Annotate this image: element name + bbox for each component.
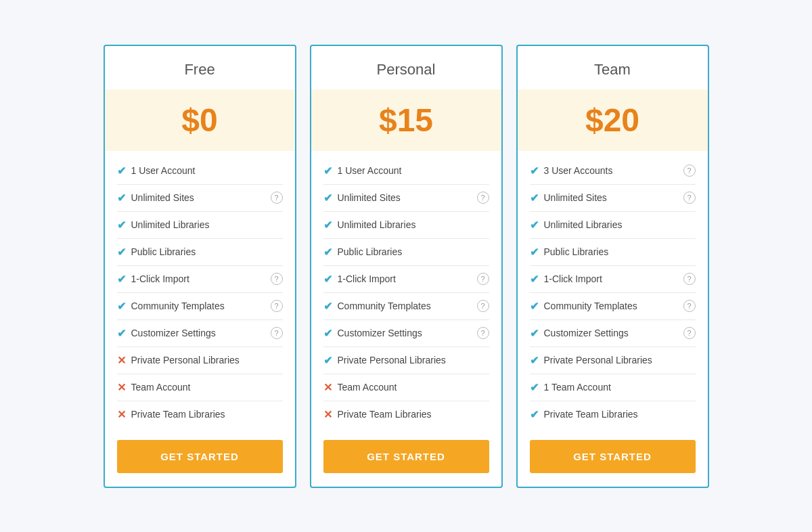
list-item: ✔Unlimited Sites? (323, 185, 489, 212)
list-item: ✔Unlimited Libraries (323, 212, 489, 239)
feature-left: ✔Public Libraries (117, 246, 196, 259)
list-item: ✕Private Personal Libraries (117, 347, 283, 374)
help-icon[interactable]: ? (271, 327, 283, 339)
check-icon: ✔ (323, 219, 332, 231)
feature-label: 1 User Account (338, 165, 402, 176)
list-item: ✔Public Libraries (323, 239, 489, 266)
check-icon: ✔ (323, 246, 332, 259)
pricing-table: Free$0✔1 User Account✔Unlimited Sites?✔U… (104, 45, 709, 488)
help-icon[interactable]: ? (683, 164, 696, 177)
list-item: ✔1 User Account (117, 158, 283, 185)
list-item: ✔Community Templates? (117, 293, 283, 320)
cross-icon: ✕ (117, 408, 126, 421)
feature-left: ✔Unlimited Sites (530, 192, 607, 204)
help-icon[interactable]: ? (477, 192, 489, 204)
get-started-button-free[interactable]: GET STARTED (117, 440, 283, 473)
plan-price-box-personal: $15 (311, 89, 501, 151)
feature-left: ✔Public Libraries (323, 246, 403, 259)
feature-left: ✔Public Libraries (530, 246, 609, 259)
feature-label: Public Libraries (338, 246, 403, 257)
feature-left: ✔Private Personal Libraries (323, 354, 446, 367)
plan-title-team: Team (518, 46, 708, 89)
list-item: ✔Unlimited Sites? (530, 185, 696, 212)
get-started-button-personal[interactable]: GET STARTED (323, 440, 489, 473)
feature-label: Unlimited Libraries (544, 219, 623, 230)
help-icon[interactable]: ? (477, 300, 489, 312)
check-icon: ✔ (530, 381, 539, 394)
feature-left: ✕Team Account (323, 381, 397, 394)
plan-price-team: $20 (518, 102, 708, 139)
check-icon: ✔ (530, 192, 539, 204)
feature-left: ✔Unlimited Libraries (323, 219, 416, 231)
features-list-team: ✔3 User Accounts?✔Unlimited Sites?✔Unlim… (518, 158, 708, 428)
feature-label: 1 User Account (131, 165, 196, 176)
feature-label: Unlimited Libraries (338, 219, 416, 230)
feature-label: Private Team Libraries (131, 409, 225, 420)
check-icon: ✔ (530, 164, 539, 177)
feature-label: Customizer Settings (131, 328, 216, 338)
check-icon: ✔ (530, 327, 539, 340)
check-icon: ✔ (323, 354, 332, 367)
help-icon[interactable]: ? (683, 192, 696, 204)
list-item: ✔Private Team Libraries (530, 401, 696, 428)
feature-label: Unlimited Sites (338, 192, 401, 203)
get-started-button-team[interactable]: GET STARTED (530, 440, 696, 473)
check-icon: ✔ (323, 300, 332, 313)
feature-label: Public Libraries (131, 246, 196, 257)
help-icon[interactable]: ? (271, 192, 283, 204)
list-item: ✔Public Libraries (530, 239, 696, 266)
feature-left: ✔3 User Accounts (530, 164, 613, 177)
check-icon: ✔ (530, 219, 539, 231)
help-icon[interactable]: ? (683, 327, 696, 339)
plan-price-box-team: $20 (518, 89, 708, 151)
help-icon[interactable]: ? (683, 273, 696, 285)
plan-price-box-free: $0 (105, 89, 295, 151)
check-icon: ✔ (117, 300, 126, 313)
feature-left: ✕Private Team Libraries (117, 408, 225, 421)
feature-label: 3 User Accounts (544, 165, 613, 176)
list-item: ✔Customizer Settings? (323, 320, 489, 347)
help-icon[interactable]: ? (271, 300, 283, 312)
feature-left: ✔Customizer Settings (530, 327, 629, 340)
check-icon: ✔ (117, 273, 126, 286)
help-icon[interactable]: ? (477, 273, 489, 285)
feature-label: Unlimited Sites (544, 192, 607, 203)
list-item: ✕Private Team Libraries (117, 401, 283, 428)
cross-icon: ✕ (323, 408, 332, 421)
check-icon: ✔ (117, 192, 126, 204)
feature-label: Private Personal Libraries (338, 355, 446, 365)
feature-label: Public Libraries (544, 246, 609, 257)
feature-left: ✕Private Personal Libraries (117, 354, 240, 367)
check-icon: ✔ (530, 246, 539, 259)
features-list-personal: ✔1 User Account✔Unlimited Sites?✔Unlimit… (311, 158, 501, 428)
feature-left: ✔Unlimited Libraries (117, 219, 210, 231)
check-icon: ✔ (323, 327, 332, 340)
feature-label: 1-Click Import (544, 273, 602, 284)
feature-left: ✔Community Templates (117, 300, 225, 313)
list-item: ✔Customizer Settings? (530, 320, 696, 347)
feature-label: Unlimited Sites (131, 192, 194, 203)
check-icon: ✔ (117, 327, 126, 340)
help-icon[interactable]: ? (271, 273, 283, 285)
cta-area-team: GET STARTED (518, 428, 708, 487)
feature-label: Community Templates (131, 301, 225, 311)
feature-label: Community Templates (338, 301, 431, 311)
list-item: ✔Unlimited Libraries (117, 212, 283, 239)
feature-left: ✔Community Templates (530, 300, 637, 313)
check-icon: ✔ (530, 273, 539, 286)
list-item: ✔3 User Accounts? (530, 158, 696, 185)
feature-left: ✔1-Click Import (530, 273, 602, 286)
list-item: ✔Unlimited Sites? (117, 185, 283, 212)
pricing-card-team: Team$20✔3 User Accounts?✔Unlimited Sites… (516, 45, 709, 488)
feature-label: Unlimited Libraries (131, 219, 210, 230)
list-item: ✔1-Click Import? (323, 266, 489, 293)
check-icon: ✔ (323, 273, 332, 286)
check-icon: ✔ (530, 408, 539, 421)
feature-label: Customizer Settings (338, 328, 422, 338)
feature-left: ✔Unlimited Sites (117, 192, 194, 204)
help-icon[interactable]: ? (477, 327, 489, 339)
check-icon: ✔ (117, 246, 126, 259)
help-icon[interactable]: ? (683, 300, 696, 312)
check-icon: ✔ (530, 354, 539, 367)
feature-left: ✕Team Account (117, 381, 191, 394)
